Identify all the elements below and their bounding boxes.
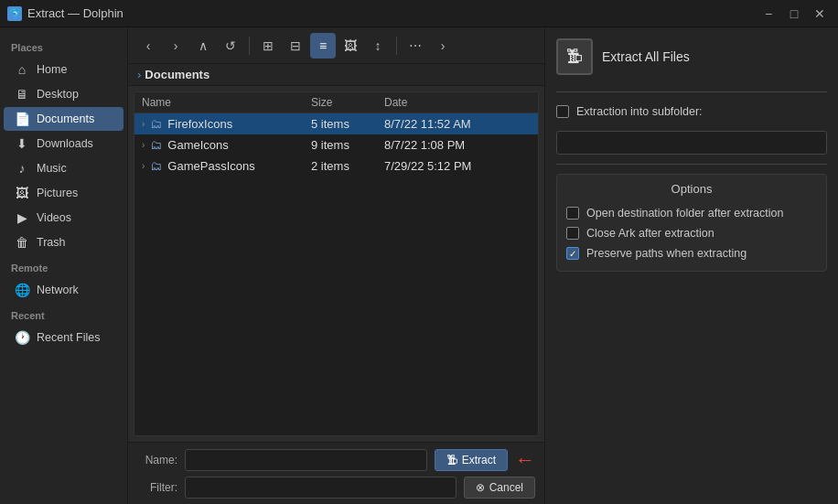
option-preserve-paths-checkbox[interactable] — [566, 247, 579, 260]
sidebar-item-music[interactable]: ♪ Music — [4, 156, 124, 180]
option-preserve-paths-label: Preserve paths when extracting — [586, 247, 747, 260]
sidebar-item-home[interactable]: ⌂ Home — [4, 58, 124, 81]
sidebar-item-trash[interactable]: 🗑 Trash — [4, 231, 124, 254]
table-row[interactable]: › 🗂 GamePassIcons 2 items 7/29/22 5:12 P… — [134, 155, 538, 177]
cancel-label: Cancel — [489, 481, 523, 494]
file-list: Name Size Date › 🗂 FirefoxIcons 5 items … — [134, 91, 539, 436]
cancel-button[interactable]: ⊗ Cancel — [464, 477, 535, 499]
view-details-button[interactable]: ≡ — [310, 33, 336, 59]
option-open-dest-row: Open destination folder after extraction — [566, 203, 817, 223]
column-date[interactable]: Date — [384, 96, 531, 109]
filter-label: Filter: — [137, 481, 177, 494]
close-button[interactable]: ✕ — [809, 5, 831, 23]
sidebar-item-videos[interactable]: ▶ Videos — [4, 206, 124, 230]
sidebar-item-label: Downloads — [37, 137, 93, 150]
sidebar-item-network[interactable]: 🌐 Network — [4, 278, 124, 302]
up-button[interactable]: ∧ — [190, 33, 216, 59]
file-name-cell: › 🗂 FirefoxIcons — [142, 117, 311, 131]
view-preview-button[interactable]: 🖼 — [338, 33, 363, 59]
expand-arrow-icon[interactable]: › — [142, 140, 145, 150]
main-layout: Places ⌂ Home 🖥 Desktop 📄 Documents ⬇ Do… — [0, 27, 838, 504]
music-icon: ♪ — [15, 161, 29, 176]
sidebar-item-pictures[interactable]: 🖼 Pictures — [4, 181, 124, 205]
divider-1 — [556, 91, 827, 92]
file-name-cell: › 🗂 GamePassIcons — [142, 159, 311, 173]
folder-icon: 🗂 — [150, 138, 162, 152]
file-date: 8/7/22 11:52 AM — [384, 117, 531, 131]
documents-icon: 📄 — [15, 112, 29, 126]
chevron-right-button[interactable]: › — [430, 33, 456, 59]
options-section: Options Open destination folder after ex… — [556, 174, 827, 272]
file-area: ‹ › ∧ ↺ ⊞ ⊟ ≡ 🖼 ↕ ⋯ › › Documents Name S… — [128, 27, 545, 504]
table-row[interactable]: › 🗂 FirefoxIcons 5 items 8/7/22 11:52 AM — [134, 113, 538, 134]
column-size[interactable]: Size — [311, 96, 384, 109]
folder-icon: 🗂 — [150, 117, 162, 131]
expand-arrow-icon[interactable]: › — [142, 161, 145, 171]
breadcrumb-arrow: › — [137, 68, 141, 81]
file-size: 9 items — [311, 138, 384, 152]
refresh-button[interactable]: ↺ — [218, 33, 243, 59]
zip-icon: 🗜 — [556, 38, 593, 75]
sidebar-item-label: Music — [37, 162, 67, 175]
file-list-header: Name Size Date — [134, 92, 538, 113]
subfolder-label: Extraction into subfolder: — [576, 105, 703, 118]
sidebar-item-label: Pictures — [37, 187, 78, 199]
view-icons-button[interactable]: ⊞ — [255, 33, 281, 59]
option-open-dest-checkbox[interactable] — [566, 207, 579, 220]
home-icon: ⌂ — [15, 62, 29, 77]
cancel-icon: ⊗ — [476, 481, 485, 494]
sidebar-item-label: Desktop — [37, 88, 79, 101]
file-name: FirefoxIcons — [167, 117, 232, 131]
file-size: 2 items — [311, 159, 384, 173]
name-label: Name: — [137, 454, 177, 466]
recent-section-label: Recent — [0, 303, 127, 325]
videos-icon: ▶ — [15, 210, 29, 225]
minimize-button[interactable]: − — [757, 5, 779, 23]
titlebar: 🐬 Extract — Dolphin − □ ✕ — [0, 0, 838, 27]
breadcrumb-current[interactable]: Documents — [145, 68, 210, 81]
sidebar: Places ⌂ Home 🖥 Desktop 📄 Documents ⬇ Do… — [0, 27, 128, 504]
arrow-indicator: ← — [515, 448, 535, 472]
sidebar-item-recent-files[interactable]: 🕐 Recent Files — [4, 326, 124, 349]
file-name: GameIcons — [167, 138, 228, 152]
back-button[interactable]: ‹ — [135, 33, 161, 59]
option-close-ark-row: Close Ark after extraction — [566, 223, 817, 243]
file-date: 7/29/22 5:12 PM — [384, 159, 531, 173]
sidebar-item-documents[interactable]: 📄 Documents — [4, 107, 124, 131]
sidebar-item-desktop[interactable]: 🖥 Desktop — [4, 82, 124, 106]
places-section-label: Places — [0, 35, 127, 57]
bottom-bar: Name: 🗜 Extract ← Filter: ⊗ Cancel — [128, 442, 544, 504]
column-name[interactable]: Name — [142, 96, 311, 109]
file-size: 5 items — [311, 117, 384, 131]
subfolder-row: Extraction into subfolder: — [556, 102, 827, 122]
expand-arrow-icon[interactable]: › — [142, 119, 145, 129]
maximize-button[interactable]: □ — [783, 5, 805, 23]
sidebar-item-label: Network — [37, 284, 79, 296]
file-name: GamePassIcons — [167, 159, 254, 173]
subfolder-checkbox[interactable] — [556, 105, 569, 118]
forward-button[interactable]: › — [163, 33, 188, 59]
titlebar-controls: − □ ✕ — [757, 5, 831, 23]
view-sort-button[interactable]: ↕ — [365, 33, 391, 59]
recent-files-icon: 🕐 — [15, 330, 29, 345]
more-button[interactable]: ⋯ — [403, 33, 428, 59]
option-open-dest-label: Open destination folder after extraction — [586, 207, 783, 220]
divider-2 — [556, 164, 827, 165]
remote-section-label: Remote — [0, 255, 127, 277]
filter-input[interactable] — [185, 477, 457, 499]
option-close-ark-checkbox[interactable] — [566, 227, 579, 240]
subfolder-input[interactable] — [556, 131, 827, 155]
table-row[interactable]: › 🗂 GameIcons 9 items 8/7/22 1:08 PM — [134, 134, 538, 155]
name-input[interactable] — [185, 449, 427, 471]
sidebar-item-label: Trash — [37, 236, 66, 249]
view-compact-button[interactable]: ⊟ — [283, 33, 308, 59]
option-preserve-paths-row: Preserve paths when extracting — [566, 243, 817, 263]
zip-symbol: 🗜 — [566, 48, 583, 67]
sidebar-item-label: Home — [37, 63, 67, 76]
extract-button[interactable]: 🗜 Extract — [435, 449, 508, 471]
app-icon: 🐬 — [7, 6, 22, 21]
toolbar: ‹ › ∧ ↺ ⊞ ⊟ ≡ 🖼 ↕ ⋯ › — [128, 27, 544, 64]
pictures-icon: 🖼 — [15, 186, 29, 200]
folder-icon: 🗂 — [150, 159, 162, 173]
sidebar-item-downloads[interactable]: ⬇ Downloads — [4, 132, 124, 155]
